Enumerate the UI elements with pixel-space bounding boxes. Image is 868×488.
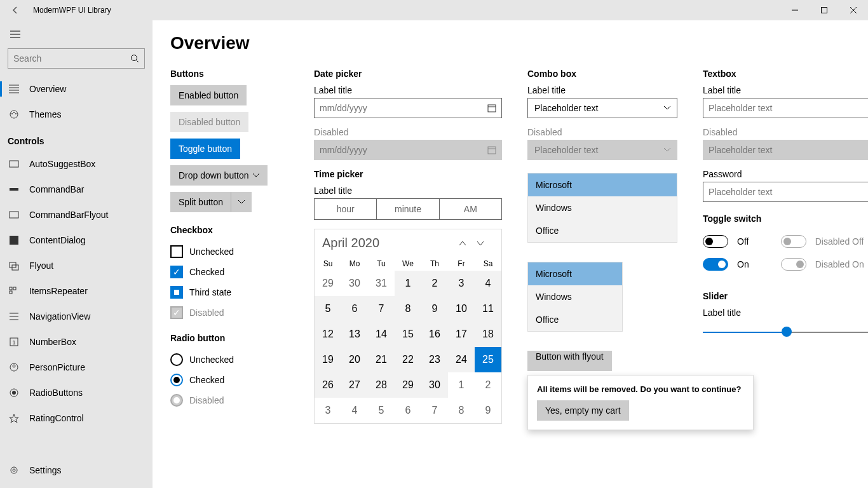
calendar-day[interactable]: 7 [421,398,448,423]
timepicker[interactable]: hour minute AM [314,198,502,220]
sidebar-item-commandbarflyout[interactable]: CommandBarFlyout [0,202,153,227]
minimize-button[interactable] [780,0,810,20]
slider-thumb[interactable] [782,327,792,337]
list-item[interactable]: Office [528,219,677,242]
calendar-icon [487,146,496,154]
calendar-day[interactable]: 7 [368,296,395,322]
sidebar-item-overview[interactable]: Overview [0,76,153,102]
calendar-day[interactable]: 12 [315,322,341,347]
calendar-day[interactable]: 9 [421,296,448,322]
calendar-day[interactable]: 9 [475,398,501,423]
calendar-day[interactable]: 17 [448,322,475,347]
sidebar-item-itemsrepeater[interactable]: ItemsRepeater [0,278,153,304]
sidebar-item-personpicture[interactable]: PersonPicture [0,355,153,380]
calendar-next[interactable] [476,240,494,247]
list-item[interactable]: Windows [528,196,677,219]
calendar-day[interactable]: 16 [421,322,448,347]
calendar-day[interactable]: 5 [315,296,341,322]
enabled-button[interactable]: Enabled button [170,85,247,105]
calendar-day[interactable]: 8 [395,296,421,322]
calendar-day[interactable]: 6 [341,296,368,322]
flyout-confirm-button[interactable]: Yes, empty my cart [537,400,629,421]
calendar-day[interactable]: 18 [475,322,501,347]
listbox-small[interactable]: Microsoft Windows Office [527,262,623,332]
sidebar-item-navigationview[interactable]: NavigationView [0,304,153,329]
sidebar-item-autosuggestbox[interactable]: AutoSuggestBox [0,151,153,177]
calendar-day[interactable]: 5 [368,398,395,423]
calendar-day[interactable]: 1 [448,372,475,398]
toggle-off[interactable]: Off [703,230,749,253]
calendar-day[interactable]: 2 [475,372,501,398]
sidebar-item-contentdialog[interactable]: ContentDialog [0,227,153,253]
textbox[interactable] [703,98,868,118]
maximize-button[interactable] [810,0,839,20]
listbox-large[interactable]: Microsoft Windows Office [527,173,677,243]
checkbox-third-state[interactable]: Third state [170,282,291,302]
calendar-day[interactable]: 6 [395,398,421,423]
split-button-caret[interactable] [231,192,252,212]
calendar-day[interactable]: 4 [475,271,501,296]
calendar-day[interactable]: 11 [475,296,501,322]
calendar-day[interactable]: 19 [315,347,341,372]
list-item[interactable]: Microsoft [528,262,622,285]
calendar-day[interactable]: 21 [368,347,395,372]
timepicker-hour[interactable]: hour [315,199,377,219]
radio-checked[interactable]: Checked [170,370,291,390]
sidebar-item-ratingcontrol[interactable]: RatingControl [0,405,153,431]
sidebar-item-settings[interactable]: Settings [0,458,153,483]
calendar-day[interactable]: 24 [448,347,475,372]
password-textbox[interactable] [703,182,868,202]
calendar-day[interactable]: 29 [395,372,421,398]
calendar-day[interactable]: 31 [368,271,395,296]
calendar-day[interactable]: 20 [341,347,368,372]
list-item[interactable]: Windows [528,285,622,308]
calendar-day[interactable]: 15 [395,322,421,347]
slider[interactable] [703,324,868,339]
sidebar-item-commandbar[interactable]: CommandBar [0,177,153,202]
calendar-day[interactable]: 26 [315,372,341,398]
sidebar-item-numberbox[interactable]: 1NumberBox [0,329,153,355]
sidebar-item-themes[interactable]: Themes [0,102,153,127]
calendar-day[interactable]: 14 [368,322,395,347]
calendar-day[interactable]: 3 [448,271,475,296]
calendar-prev[interactable] [458,240,476,247]
calendar[interactable]: April 2020 SuMoTuWeThFrSa 29303112345678… [314,229,502,424]
list-item[interactable]: Office [528,308,622,331]
timepicker-minute[interactable]: minute [377,199,439,219]
calendar-month[interactable]: April 2020 [322,236,458,250]
hamburger-button[interactable] [0,25,153,43]
search-input[interactable] [13,53,130,64]
toggle-on[interactable]: On [703,253,749,276]
dropdown-button[interactable]: Drop down button [170,165,268,186]
calendar-day[interactable]: 28 [368,372,395,398]
timepicker-ampm[interactable]: AM [440,199,501,219]
search-box[interactable] [8,48,145,69]
calendar-day[interactable]: 23 [421,347,448,372]
calendar-day[interactable]: 10 [448,296,475,322]
button-with-flyout[interactable]: Button with flyout [527,351,612,371]
calendar-day[interactable]: 3 [315,398,341,423]
calendar-day[interactable]: 8 [448,398,475,423]
calendar-day[interactable]: 25 [475,347,501,372]
toggle-button[interactable]: Toggle button [170,139,240,159]
split-button[interactable]: Split button [170,192,252,212]
checkbox-checked[interactable]: ✓Checked [170,262,291,282]
list-item[interactable]: Microsoft [528,173,677,196]
sidebar-item-flyout[interactable]: Flyout [0,253,153,278]
calendar-day[interactable]: 22 [395,347,421,372]
calendar-day[interactable]: 30 [421,372,448,398]
calendar-day[interactable]: 1 [395,271,421,296]
back-button[interactable] [0,5,31,15]
close-button[interactable] [839,0,868,20]
calendar-day[interactable]: 30 [341,271,368,296]
calendar-day[interactable]: 13 [341,322,368,347]
datepicker-input[interactable] [314,98,502,118]
sidebar-item-radiobuttons[interactable]: RadioButtons [0,380,153,405]
radio-unchecked[interactable]: Unchecked [170,349,291,370]
calendar-day[interactable]: 4 [341,398,368,423]
checkbox-unchecked[interactable]: Unchecked [170,241,291,262]
calendar-day[interactable]: 2 [421,271,448,296]
calendar-day[interactable]: 27 [341,372,368,398]
calendar-day[interactable]: 29 [315,271,341,296]
combobox[interactable]: Placeholder text [527,98,677,118]
